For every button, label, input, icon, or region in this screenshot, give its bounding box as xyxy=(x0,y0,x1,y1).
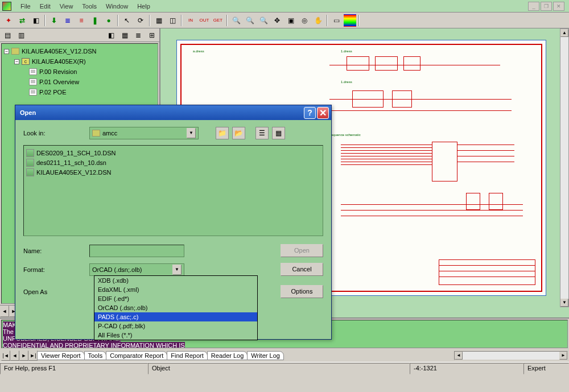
sidebar-tool-icon[interactable]: ▤ xyxy=(1,29,14,42)
tree-page[interactable]: P.02 POE xyxy=(39,89,67,96)
up-folder-button[interactable]: 📁 xyxy=(216,127,229,139)
tab-tools[interactable]: Tools xyxy=(84,351,107,360)
format-dropdown[interactable]: XDB (.xdb) EdaXML (.xml) EDIF (.ed*) OrC… xyxy=(94,275,258,340)
format-combo[interactable]: OrCAD (.dsn;.olb) ▼ xyxy=(89,263,184,276)
move-icon[interactable]: ✥ xyxy=(271,14,283,27)
tab-writer-log[interactable]: Writer Log xyxy=(247,351,284,360)
tool-icon[interactable]: ▭ xyxy=(330,14,343,27)
file-item[interactable]: KILAUEA405EX_V12.DSN xyxy=(26,167,320,177)
tool-icon[interactable]: ▣ xyxy=(284,14,297,27)
tab-first-icon[interactable]: |◄ xyxy=(1,350,10,361)
tool-icon[interactable]: ● xyxy=(102,14,115,27)
dropdown-item[interactable]: OrCAD (.dsn;.olb) xyxy=(94,303,257,312)
cancel-button[interactable]: Cancel xyxy=(281,263,323,276)
status-coords: -4:-1321 xyxy=(410,363,523,374)
file-item[interactable]: des0211_11_sch_10.dsn xyxy=(26,158,320,167)
tool-icon[interactable]: ◫ xyxy=(166,14,179,27)
dropdown-item[interactable]: XDB (.xdb) xyxy=(94,276,257,285)
open-button[interactable]: Open xyxy=(281,244,323,257)
file-item[interactable]: DES0209_11_SCH_10.DSN xyxy=(26,148,320,158)
zoom-in-icon[interactable]: 🔍 xyxy=(230,14,242,27)
tool-icon[interactable]: ❚ xyxy=(89,14,101,27)
zoom-fit-icon[interactable]: 🔍 xyxy=(257,14,270,27)
pan-icon[interactable]: ✋ xyxy=(312,14,324,27)
tree-design-label[interactable]: KILAUEA405EX(R) xyxy=(32,58,86,65)
tool-icon[interactable]: ◧ xyxy=(30,14,42,27)
dialog-titlebar[interactable]: Open ? ✕ xyxy=(15,105,331,120)
maximize-button[interactable]: ❐ xyxy=(541,2,552,11)
status-help: For Help, press F1 xyxy=(0,363,148,374)
menu-view[interactable]: View xyxy=(55,2,78,11)
scroll-down-icon[interactable]: ▼ xyxy=(560,299,568,307)
look-in-label: Look in: xyxy=(23,130,73,137)
tree-page[interactable]: P.01 Overview xyxy=(39,79,79,85)
sidebar-tool-icon[interactable]: ⊞ xyxy=(146,29,158,42)
grid-icon[interactable]: ▦ xyxy=(152,14,165,27)
tool-icon[interactable]: ◎ xyxy=(298,14,311,27)
new-folder-button[interactable]: 📂 xyxy=(232,127,245,139)
chevron-down-icon[interactable]: ▼ xyxy=(187,128,196,138)
log-hscrollbar[interactable]: ◄ ► xyxy=(454,351,568,360)
refresh-icon[interactable]: ⟳ xyxy=(134,14,147,27)
collapse-icon[interactable]: − xyxy=(4,49,9,54)
help-button[interactable]: ? xyxy=(304,107,316,119)
tab-find-report[interactable]: Find Report xyxy=(167,351,207,360)
in-icon[interactable]: IN xyxy=(184,14,197,27)
status-bar: For Help, press F1 Object -4:-1321 Exper… xyxy=(0,362,569,374)
tool-icon[interactable]: ≡ xyxy=(75,14,88,27)
get-icon[interactable]: GET xyxy=(212,14,224,27)
look-in-combo[interactable]: amcc ▼ xyxy=(89,127,199,139)
tab-next-icon[interactable]: ► xyxy=(19,350,28,361)
tool-icon[interactable]: ⬇ xyxy=(48,14,60,27)
dropdown-item[interactable]: P-CAD (.pdf;.blk) xyxy=(94,321,257,331)
minimize-button[interactable]: _ xyxy=(528,2,539,11)
dropdown-item[interactable]: All Files (*.*) xyxy=(94,331,257,340)
scroll-right-icon[interactable]: ► xyxy=(559,352,567,360)
tab-viewer-report[interactable]: Viewer Report xyxy=(37,351,85,360)
dropdown-item[interactable]: EdaXML (.xml) xyxy=(94,285,257,294)
name-input[interactable] xyxy=(89,245,184,257)
pointer-icon[interactable]: ↖ xyxy=(121,14,133,27)
dsn-file-icon xyxy=(26,149,34,157)
vertical-scrollbar[interactable]: ▲ ▼ xyxy=(560,28,569,307)
tab-reader-log[interactable]: Reader Log xyxy=(207,351,248,360)
tab-last-icon[interactable]: ►| xyxy=(28,350,38,361)
folder-icon xyxy=(92,130,100,137)
collapse-icon[interactable]: − xyxy=(14,59,19,64)
tool-icon[interactable] xyxy=(344,14,356,27)
tree-page[interactable]: P.00 Revision xyxy=(39,68,77,75)
format-label: Format: xyxy=(23,266,73,273)
scroll-up-icon[interactable]: ▲ xyxy=(560,29,568,37)
scroll-left-icon[interactable]: ◄ xyxy=(455,352,463,360)
menu-window[interactable]: Window xyxy=(101,2,133,11)
tab-prev-icon[interactable]: ◄ xyxy=(10,350,19,361)
sch-annotation: 1.dress xyxy=(341,80,352,84)
sidebar-tool-icon[interactable]: ≣ xyxy=(132,29,145,42)
close-button[interactable]: ✕ xyxy=(317,107,329,119)
close-window-button[interactable]: ✕ xyxy=(553,2,564,11)
tab-scroll-left[interactable]: ◄ xyxy=(0,306,9,317)
tree-root-label[interactable]: KILAUEA405EX_V12.DSN xyxy=(22,48,96,55)
menu-tools[interactable]: Tools xyxy=(77,2,101,11)
menu-file[interactable]: File xyxy=(16,2,35,11)
sidebar-tool-icon[interactable]: ◧ xyxy=(105,29,117,42)
dropdown-item[interactable]: EDIF (.ed*) xyxy=(94,294,257,303)
sidebar-tool-icon[interactable]: ▦ xyxy=(118,29,131,42)
sidebar-tool-icon[interactable]: ▥ xyxy=(15,29,27,42)
view-list-button[interactable]: ☰ xyxy=(255,127,269,139)
open-dialog: Open ? ✕ Look in: amcc ▼ 📁 📂 ☰ ▦ DES0209… xyxy=(15,105,332,340)
folder-icon xyxy=(11,48,19,55)
view-details-button[interactable]: ▦ xyxy=(272,127,285,139)
file-list[interactable]: DES0209_11_SCH_10.DSN des0211_11_sch_10.… xyxy=(23,145,323,236)
tool-icon[interactable]: ⇄ xyxy=(16,14,28,27)
menu-edit[interactable]: Edit xyxy=(35,2,55,11)
zoom-out-icon[interactable]: 🔍 xyxy=(244,14,256,27)
tool-icon[interactable]: ✦ xyxy=(2,14,15,27)
chevron-down-icon[interactable]: ▼ xyxy=(172,265,182,275)
menu-help[interactable]: Help xyxy=(133,2,155,11)
tool-icon[interactable]: ≣ xyxy=(61,14,74,27)
dropdown-item-selected[interactable]: PADS (.asc;.c) xyxy=(94,312,257,321)
tab-comparator-report[interactable]: Comparator Report xyxy=(106,351,167,360)
out-icon[interactable]: OUT xyxy=(198,14,211,27)
options-button[interactable]: Options xyxy=(281,285,323,298)
